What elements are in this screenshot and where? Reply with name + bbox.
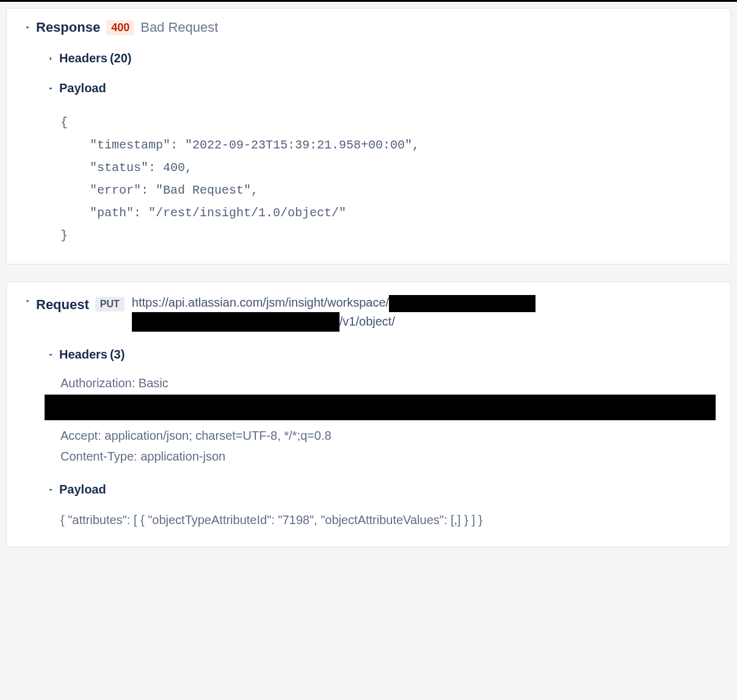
headers-label: Headers <box>59 51 107 65</box>
payload-label: Payload <box>59 483 106 497</box>
request-payload-body: { "attributes": [ { "objectTypeAttribute… <box>60 510 716 530</box>
redacted-block <box>389 295 536 312</box>
chevron-down-icon <box>21 297 34 305</box>
chevron-down-icon <box>45 351 57 359</box>
response-headers-toggle[interactable]: Headers (20) <box>45 51 716 65</box>
headers-count: (3) <box>110 348 125 362</box>
request-payload-toggle[interactable]: Payload <box>45 483 716 497</box>
chevron-down-icon <box>21 23 34 32</box>
redacted-block <box>45 395 716 420</box>
request-payload-section: Payload { "attributes": [ { "objectTypeA… <box>45 483 716 530</box>
url-part-1: https://api.atlassian.com/jsm/insight/wo… <box>132 296 389 309</box>
response-label: Response <box>36 20 100 35</box>
response-header-row[interactable]: Response 400 Bad Request <box>21 20 716 35</box>
response-payload-body: { "timestamp": "2022-09-23T15:39:21.958+… <box>60 111 716 247</box>
request-label: Request <box>36 297 89 313</box>
headers-label: Headers <box>59 348 107 362</box>
http-method-badge: PUT <box>95 297 125 312</box>
redacted-block <box>132 312 339 332</box>
response-payload-toggle[interactable]: Payload <box>45 81 716 95</box>
request-url: https://api.atlassian.com/jsm/insight/wo… <box>132 293 716 332</box>
response-panel: Response 400 Bad Request Headers (20) Pa… <box>6 8 731 264</box>
status-code-badge: 400 <box>106 20 134 35</box>
response-headers-section: Headers (20) <box>45 51 716 65</box>
chevron-right-icon <box>45 54 57 63</box>
chevron-down-icon <box>45 486 57 494</box>
header-accept: Accept: application/json; charset=UTF-8,… <box>60 425 716 446</box>
request-headers-toggle[interactable]: Headers (3) <box>45 348 716 362</box>
url-part-2: /v1/object/ <box>339 315 395 328</box>
payload-label: Payload <box>59 81 106 95</box>
header-authorization: Authorization: Basic <box>60 373 716 393</box>
request-headers-section: Headers (3) Authorization: Basic Accept:… <box>45 348 716 467</box>
status-text: Bad Request <box>140 20 218 35</box>
chevron-down-icon <box>45 84 57 93</box>
request-panel: Request PUT https://api.atlassian.com/js… <box>6 282 731 547</box>
header-content-type: Content-Type: application-json <box>60 446 716 467</box>
request-headers-body: Authorization: Basic Accept: application… <box>60 373 716 467</box>
response-payload-section: Payload <box>45 81 716 95</box>
request-header-row[interactable]: Request PUT https://api.atlassian.com/js… <box>21 293 716 332</box>
headers-count: (20) <box>110 51 132 65</box>
